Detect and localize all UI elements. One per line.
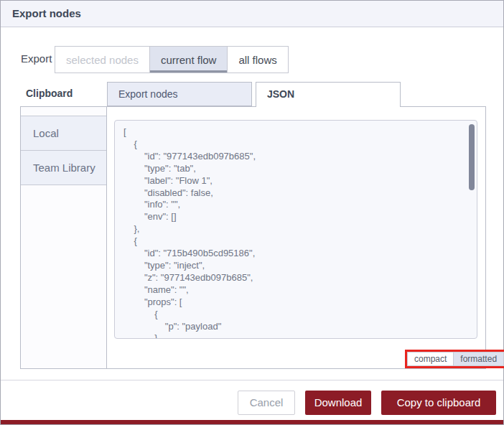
library-content-panel: Local Team Library [ { "id": "977143edb0… xyxy=(20,106,486,369)
download-button[interactable]: Download xyxy=(305,391,371,415)
tab-json[interactable]: JSON xyxy=(256,82,401,107)
sidebar-item-team-library[interactable]: Team Library xyxy=(21,151,106,185)
tab-export-nodes[interactable]: Export nodes xyxy=(107,82,252,106)
format-toggle-group: compact formatted xyxy=(407,352,504,366)
format-compact-button[interactable]: compact xyxy=(408,352,454,365)
export-scope-toggle-group: selected nodes current flow all flows xyxy=(55,46,289,73)
json-export-content: [ { "id": "977143edb097b685", "type": "t… xyxy=(115,121,477,339)
clipboard-group-label: Clipboard xyxy=(26,88,73,99)
scrollbar-thumb[interactable] xyxy=(469,124,475,190)
json-export-textarea[interactable]: [ { "id": "977143edb097b685", "type": "t… xyxy=(114,120,477,339)
library-sidebar-list: Local Team Library xyxy=(21,116,106,185)
library-sidebar: Local Team Library xyxy=(21,107,107,368)
dialog-header: Export nodes xyxy=(1,1,503,27)
bottom-accent-bar xyxy=(1,420,503,424)
scope-current-flow-button[interactable]: current flow xyxy=(150,47,228,73)
footer-divider xyxy=(1,380,503,380)
export-nodes-dialog: Export nodes Export selected nodes curre… xyxy=(0,0,504,425)
annotation-highlight: compact formatted xyxy=(405,350,504,368)
export-scope-label: Export xyxy=(21,52,52,65)
dialog-title: Export nodes xyxy=(12,7,81,19)
copy-to-clipboard-button[interactable]: Copy to clipboard xyxy=(381,391,496,415)
format-formatted-button[interactable]: formatted xyxy=(454,352,503,365)
scope-all-flows-button[interactable]: all flows xyxy=(228,47,287,73)
sidebar-item-local[interactable]: Local xyxy=(21,116,106,151)
cancel-button[interactable]: Cancel xyxy=(238,391,295,415)
scope-selected-nodes-button[interactable]: selected nodes xyxy=(55,47,150,73)
